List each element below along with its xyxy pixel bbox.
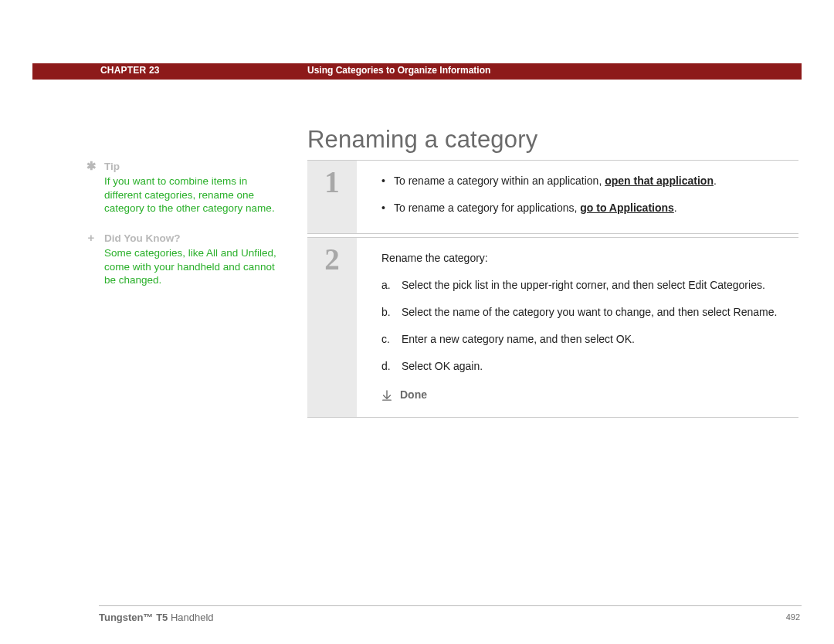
open-application-link[interactable]: open that application bbox=[605, 175, 714, 187]
step-1-bullet-1: To rename a category within an applicati… bbox=[381, 173, 778, 189]
step-2-body: Rename the category: Select the pick lis… bbox=[357, 238, 798, 417]
done-label: Done bbox=[400, 387, 427, 403]
done-row: Done bbox=[381, 387, 778, 403]
text: . bbox=[714, 175, 717, 187]
chapter-label: CHAPTER 23 bbox=[100, 65, 160, 76]
step-1-bullet-2: To rename a category for applications, g… bbox=[381, 200, 778, 216]
tip-body: If you want to combine items in differen… bbox=[104, 175, 282, 215]
step-1: 1 To rename a category within an applica… bbox=[307, 160, 798, 234]
down-arrow-icon bbox=[381, 389, 394, 402]
text: To rename a category within an applicati… bbox=[394, 175, 605, 187]
plus-icon: + bbox=[85, 232, 97, 243]
footer-product: Tungsten™ T5 Handheld bbox=[99, 612, 214, 623]
go-to-applications-link[interactable]: go to Applications bbox=[580, 202, 674, 214]
step-2-b: Select the name of the category you want… bbox=[381, 304, 778, 320]
step-1-body: To rename a category within an applicati… bbox=[357, 161, 798, 233]
step-2-intro: Rename the category: bbox=[381, 250, 778, 266]
step-2-d: Select OK again. bbox=[381, 358, 778, 375]
step-number-cell: 2 bbox=[307, 238, 357, 417]
steps-column: 1 To rename a category within an applica… bbox=[307, 160, 798, 421]
step-number: 1 bbox=[324, 167, 340, 197]
text: . bbox=[674, 202, 677, 214]
asterisk-icon: ✱ bbox=[85, 160, 97, 171]
step-number-cell: 1 bbox=[307, 161, 357, 233]
dyk-body: Some categories, like All and Unfiled, c… bbox=[104, 246, 282, 286]
sidebar: ✱ Tip If you want to combine items in di… bbox=[85, 160, 282, 303]
step-number: 2 bbox=[324, 244, 340, 274]
page: CHAPTER 23 Using Categories to Organize … bbox=[0, 0, 834, 644]
step-2-c: Enter a new category name, and then sele… bbox=[381, 331, 778, 347]
chapter-title: Using Categories to Organize Information bbox=[307, 65, 490, 76]
tip-heading: Tip bbox=[104, 160, 120, 173]
step-2: 2 Rename the category: Select the pick l… bbox=[307, 237, 798, 418]
tip-block: ✱ Tip If you want to combine items in di… bbox=[85, 160, 282, 215]
page-number: 492 bbox=[786, 612, 800, 622]
footer-product-rest: Handheld bbox=[168, 612, 213, 623]
page-title: Renaming a category bbox=[307, 126, 537, 154]
did-you-know-block: + Did You Know? Some categories, like Al… bbox=[85, 232, 282, 286]
text: To rename a category for applications, bbox=[394, 202, 580, 214]
step-2-a: Select the pick list in the upper-right … bbox=[381, 277, 778, 293]
dyk-heading: Did You Know? bbox=[104, 232, 181, 245]
footer-product-bold: Tungsten™ T5 bbox=[99, 612, 168, 623]
footer-divider bbox=[99, 605, 802, 606]
